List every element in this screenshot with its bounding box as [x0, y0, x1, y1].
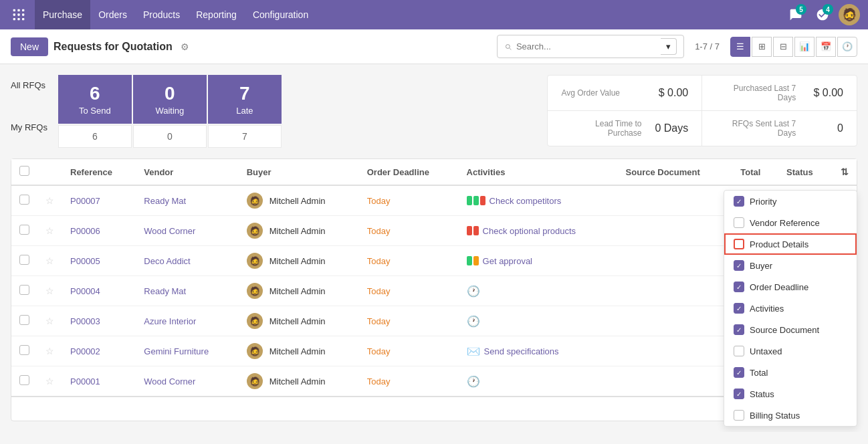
row-star[interactable]: ☆ — [45, 286, 54, 296]
row-reference[interactable]: P00007 — [70, 196, 100, 206]
row-vendor[interactable]: Deco Addict — [144, 256, 190, 266]
row-star[interactable]: ☆ — [45, 376, 54, 386]
nav-reporting[interactable]: Reporting — [188, 0, 245, 29]
col-activities: Activities — [459, 159, 618, 185]
row-source — [618, 185, 733, 216]
col-menu-billing-status[interactable]: Billing Status — [724, 405, 857, 426]
row-reference[interactable]: P00006 — [70, 226, 100, 236]
activities-button[interactable]: 4 — [812, 4, 833, 25]
svg-rect-3 — [13, 13, 15, 15]
row-reference[interactable]: P00001 — [70, 376, 100, 386]
select-all-checkbox[interactable] — [19, 166, 29, 176]
my-rfq-waiting[interactable]: 0 — [133, 125, 207, 148]
search-input[interactable] — [516, 41, 661, 51]
row-star[interactable]: ☆ — [45, 225, 54, 236]
col-buyer: Buyer — [239, 159, 359, 185]
late-card[interactable]: 7 Late — [208, 75, 282, 124]
activity-link[interactable]: Send specifications — [484, 346, 559, 356]
activity-link[interactable]: Check competitors — [490, 196, 562, 206]
row-vendor[interactable]: Azure Interior — [144, 316, 196, 326]
col-vendor: Vendor — [136, 159, 238, 185]
svg-rect-4 — [17, 13, 19, 15]
col-menu-priority[interactable]: ✓ Priority — [724, 191, 857, 212]
kanban-view-button[interactable]: ⊞ — [752, 37, 772, 57]
avg-order-info: Avg Order Value $ 0.00 — [548, 76, 702, 111]
apps-icon[interactable] — [8, 4, 29, 25]
row-checkbox[interactable] — [19, 315, 29, 325]
row-activity: Check optional products — [467, 226, 610, 236]
col-menu-total[interactable]: ✓ Total — [724, 362, 857, 383]
row-vendor[interactable]: Gemini Furniture — [144, 346, 209, 356]
row-star[interactable]: ☆ — [45, 316, 54, 326]
col-menu-order-deadline[interactable]: ✓ Order Deadline — [724, 276, 857, 298]
row-activity: Check competitors — [467, 196, 610, 206]
waiting-num: 0 — [152, 83, 188, 104]
clock-view-button[interactable]: 🕐 — [837, 37, 857, 57]
view-switcher: ☰ ⊞ ⊟ 📊 📅 🕐 — [730, 37, 857, 57]
col-total: Total — [732, 159, 778, 185]
row-star[interactable]: ☆ — [45, 195, 54, 206]
row-checkbox[interactable] — [19, 375, 29, 385]
stats-right: Avg Order Value $ 0.00 Purchased Last 7 … — [547, 75, 857, 146]
row-vendor[interactable]: Ready Mat — [144, 286, 186, 296]
row-vendor[interactable]: Ready Mat — [144, 196, 186, 206]
row-star[interactable]: ☆ — [45, 346, 54, 356]
row-checkbox[interactable] — [19, 195, 29, 205]
row-checkbox[interactable] — [19, 225, 29, 235]
svg-rect-2 — [22, 9, 24, 11]
chart-view-button[interactable]: 📊 — [794, 37, 815, 57]
row-checkbox[interactable] — [19, 285, 29, 295]
user-avatar[interactable]: 🧔 — [839, 4, 860, 25]
new-button[interactable]: New — [11, 37, 48, 56]
clock-icon: 🕐 — [467, 316, 480, 327]
col-menu-source-document[interactable]: ✓ Source Document — [724, 319, 857, 340]
col-label-untaxed: Untaxed — [750, 346, 782, 356]
messages-button[interactable]: 5 — [785, 4, 806, 25]
rfq-sent-info: RFQs Sent Last 7 Days 0 — [702, 111, 857, 146]
to-send-num: 6 — [77, 83, 113, 104]
row-reference[interactable]: P00005 — [70, 256, 100, 266]
nav-orders[interactable]: Orders — [90, 0, 135, 29]
my-rfq-late[interactable]: 7 — [208, 125, 282, 148]
late-label: Late — [227, 106, 263, 116]
stat-cards: 6 To Send 0 Waiting 7 Late — [58, 75, 282, 124]
nav-purchase[interactable]: Purchase — [35, 0, 90, 29]
buyer-avatar: 🧔 — [247, 253, 263, 269]
calendar-view-button[interactable]: 📅 — [816, 37, 836, 57]
col-menu-product-details[interactable]: Product Details — [724, 233, 857, 255]
to-send-card[interactable]: 6 To Send — [58, 75, 132, 124]
list-view-button[interactable]: ☰ — [730, 37, 750, 57]
row-reference[interactable]: P00003 — [70, 316, 100, 326]
col-menu-buyer[interactable]: ✓ Buyer — [724, 255, 857, 276]
row-checkbox[interactable] — [19, 345, 29, 355]
row-reference[interactable]: P00002 — [70, 346, 100, 356]
my-rfq-to-send[interactable]: 6 — [58, 125, 132, 148]
activity-link[interactable]: Check optional products — [483, 226, 576, 236]
buyer-avatar: 🧔 — [247, 283, 263, 299]
nav-products[interactable]: Products — [135, 0, 188, 29]
purchased-label: Purchased Last 7 Days — [716, 84, 796, 102]
settings-icon[interactable]: ⚙ — [181, 41, 189, 52]
row-source — [618, 306, 733, 336]
buyer-avatar: 🧔 — [247, 373, 263, 389]
waiting-card[interactable]: 0 Waiting — [133, 75, 207, 124]
grid-view-button[interactable]: ⊟ — [773, 37, 793, 57]
row-checkbox[interactable] — [19, 255, 29, 265]
row-buyer: Mitchell Admin — [269, 286, 326, 296]
col-menu-vendor-reference[interactable]: Vendor Reference — [724, 212, 857, 233]
search-dropdown-button[interactable]: ▾ — [661, 38, 677, 55]
nav-configuration[interactable]: Configuration — [245, 0, 316, 29]
col-menu-activities[interactable]: ✓ Activities — [724, 298, 857, 319]
search-icon — [504, 42, 512, 51]
row-reference[interactable]: P00004 — [70, 286, 100, 296]
row-deadline: Today — [367, 196, 391, 206]
row-deadline: Today — [367, 376, 391, 386]
row-star[interactable]: ☆ — [45, 255, 54, 266]
svg-rect-5 — [22, 13, 24, 15]
col-menu-untaxed[interactable]: Untaxed — [724, 340, 857, 362]
row-vendor[interactable]: Wood Corner — [144, 376, 195, 386]
col-menu-status[interactable]: ✓ Status — [724, 383, 857, 405]
column-settings-icon[interactable]: ⇅ — [841, 166, 849, 177]
activity-link[interactable]: Get approval — [483, 256, 532, 266]
row-vendor[interactable]: Wood Corner — [144, 226, 195, 236]
